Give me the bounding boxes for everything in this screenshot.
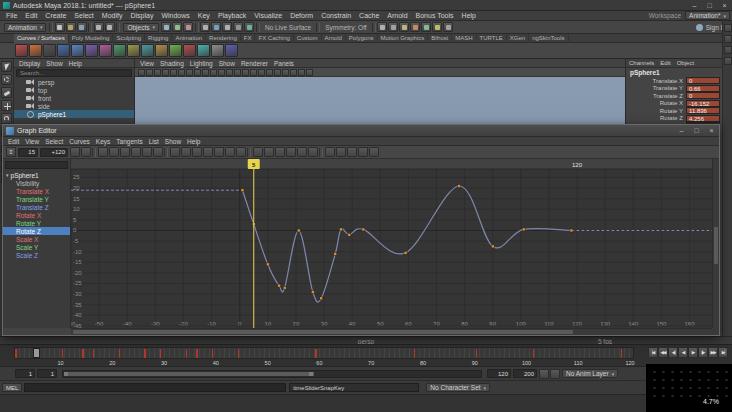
menu-modify[interactable]: Modify	[98, 11, 127, 21]
render-view-icon[interactable]	[410, 22, 420, 32]
graph-editor-menu-show[interactable]: Show	[162, 138, 184, 145]
mel-toggle-button[interactable]: MEL	[2, 383, 22, 392]
oversampling-icon[interactable]	[186, 69, 193, 76]
animation-curve-svg[interactable]: -60-50-40-30-20-100102030405060708090100…	[71, 159, 712, 328]
outliner-search-input[interactable]: Search...	[16, 69, 132, 77]
scrollbar-thumb[interactable]	[714, 227, 718, 264]
menu-cache[interactable]: Cache	[355, 11, 383, 21]
select-camera-icon[interactable]	[138, 69, 145, 76]
playback-options-icon[interactable]	[550, 369, 560, 379]
ge-minimize-button[interactable]: –	[674, 125, 689, 136]
shelf-tab-turtle[interactable]: TURTLE	[477, 34, 507, 43]
graph-outliner-filter-input[interactable]	[5, 161, 68, 169]
viewport-menu-panels[interactable]: Panels	[271, 60, 297, 67]
snap-plane-icon[interactable]	[233, 22, 243, 32]
graph-channel-scale-x[interactable]: Scale X	[3, 235, 70, 243]
character-set-selector[interactable]: No Character Set▾	[426, 383, 490, 392]
open-scene-icon[interactable]	[66, 22, 76, 32]
lock-camera-icon[interactable]	[146, 69, 153, 76]
output-connections-icon[interactable]	[388, 22, 398, 32]
outliner-item-front[interactable]: front	[14, 94, 134, 102]
shelf-tab-fx-caching[interactable]: FX Caching	[255, 34, 293, 43]
channel-value-field[interactable]: 11.836	[686, 107, 720, 114]
modeling-toolkit-icon[interactable]	[724, 57, 732, 65]
graph-channel-translate-z[interactable]: Translate Z	[3, 203, 70, 211]
menu-file[interactable]: File	[2, 11, 21, 21]
graph-vertical-scrollbar[interactable]	[712, 159, 719, 328]
shelf-tab-custom[interactable]: Custom	[294, 34, 322, 43]
outliner-item-top[interactable]: top	[14, 86, 134, 94]
lattice-deform-keys-icon[interactable]	[98, 147, 108, 157]
torus-icon[interactable]	[141, 44, 154, 57]
outliner-item-persp[interactable]: persp	[14, 78, 134, 86]
graph-channel-rotate-x[interactable]: Rotate X	[3, 211, 70, 219]
boundary-icon[interactable]	[225, 44, 238, 57]
go-to-start-button[interactable]: |◀	[648, 347, 658, 358]
graph-channel-translate-y[interactable]: Translate Y	[3, 195, 70, 203]
step-back-frame-button[interactable]: ◀|	[668, 347, 678, 358]
outliner-menu-show[interactable]: Show	[43, 60, 65, 67]
shadows-icon[interactable]	[274, 69, 281, 76]
insert-keys-icon[interactable]	[81, 147, 91, 157]
outliner-menu-display[interactable]: Display	[16, 60, 43, 67]
graph-outliner-node-psphere1[interactable]: ▾pSphere1	[3, 171, 70, 179]
select-object-icon[interactable]	[172, 22, 182, 32]
graph-editor-menu-keys[interactable]: Keys	[93, 138, 113, 145]
graph-editor-menu-view[interactable]: View	[22, 138, 42, 145]
snap-curve-icon[interactable]	[211, 22, 221, 32]
cube-icon[interactable]	[113, 44, 126, 57]
range-slider-track[interactable]	[62, 370, 482, 378]
textured-icon[interactable]	[258, 69, 265, 76]
extrude-icon[interactable]	[211, 44, 224, 57]
break-tangents-icon[interactable]	[275, 147, 285, 157]
shelf-tab-mash[interactable]: MASH	[452, 34, 476, 43]
graph-channel-visibility[interactable]: Visibility	[3, 179, 70, 187]
shelf-tab-fx[interactable]: FX	[241, 34, 256, 43]
shelf-tab-rendering[interactable]: Rendering	[206, 34, 241, 43]
channel-box-tab-channels[interactable]: Channels	[626, 60, 657, 66]
redo-icon[interactable]	[105, 22, 115, 32]
render-frame-icon[interactable]	[421, 22, 431, 32]
graph-editor-menu-edit[interactable]: Edit	[5, 138, 22, 145]
command-line-input[interactable]	[24, 383, 286, 392]
menu-display[interactable]: Display	[126, 11, 157, 21]
flat-tangent-icon[interactable]	[214, 147, 224, 157]
time-slider-track[interactable]	[14, 347, 634, 359]
value-snap-icon[interactable]	[336, 147, 346, 157]
ge-close-button[interactable]: ×	[704, 125, 719, 136]
menu-create[interactable]: Create	[41, 11, 70, 21]
region-tool-icon[interactable]	[109, 147, 119, 157]
graph-channel-translate-x[interactable]: Translate X	[3, 187, 70, 195]
safe-action-icon[interactable]	[226, 69, 233, 76]
pencil-curve-tool-icon[interactable]	[43, 44, 56, 57]
playback-start-field[interactable]: 1	[37, 369, 57, 378]
field-chart-icon[interactable]	[202, 69, 209, 76]
resolution-gate-icon[interactable]	[210, 69, 217, 76]
camera-attributes-icon[interactable]	[154, 69, 161, 76]
channel-box-tab-object[interactable]: Object	[674, 60, 697, 66]
undo-icon[interactable]	[94, 22, 104, 32]
menu-edit[interactable]: Edit	[21, 11, 41, 21]
swap-buffer-curve-icon[interactable]	[264, 147, 274, 157]
menuset-selector[interactable]: Animation▾	[4, 23, 46, 32]
move-nearest-picked-key-icon[interactable]	[70, 147, 80, 157]
plateau-tangent-icon[interactable]	[236, 147, 246, 157]
cv-curve-tool-icon[interactable]	[15, 44, 28, 57]
shelf-tab-animation[interactable]: Animation	[172, 34, 206, 43]
2d-pan-zoom-icon[interactable]	[178, 69, 185, 76]
graph-editor-hamburger-icon[interactable]: ≡	[6, 147, 16, 157]
sphere-icon[interactable]	[99, 44, 112, 57]
menu-windows[interactable]: Windows	[157, 11, 193, 21]
graph-channel-scale-z[interactable]: Scale Z	[3, 251, 70, 259]
make-live-icon[interactable]	[244, 22, 254, 32]
render-settings-icon[interactable]	[443, 22, 453, 32]
current-time-marker[interactable]	[33, 348, 40, 358]
range-start-handle[interactable]	[64, 372, 68, 376]
select-hierarchy-icon[interactable]	[161, 22, 171, 32]
snap-point-icon[interactable]	[222, 22, 232, 32]
shelf-tab-bifrost[interactable]: Bifrost	[428, 34, 452, 43]
shelf-tab-rigging[interactable]: Rigging	[145, 34, 172, 43]
graph-editor-canvas[interactable]: -60-50-40-30-20-100102030405060708090100…	[71, 159, 712, 328]
construction-history-icon[interactable]	[399, 22, 409, 32]
grease-pencil-icon[interactable]	[306, 69, 313, 76]
